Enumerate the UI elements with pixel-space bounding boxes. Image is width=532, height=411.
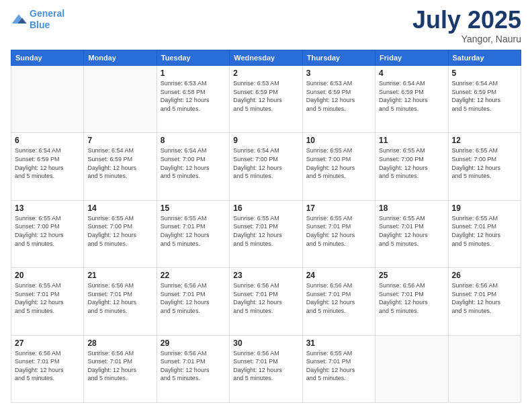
day-info: Sunrise: 6:56 AM Sunset: 7:01 PM Dayligh…	[452, 281, 517, 315]
table-row: 1Sunrise: 6:53 AM Sunset: 6:58 PM Daylig…	[157, 66, 229, 133]
day-info: Sunrise: 6:54 AM Sunset: 6:59 PM Dayligh…	[379, 79, 444, 113]
day-info: Sunrise: 6:55 AM Sunset: 7:01 PM Dayligh…	[161, 214, 226, 248]
day-number: 26	[452, 271, 517, 280]
calendar-week-row-5: 27Sunrise: 6:56 AM Sunset: 7:01 PM Dayli…	[11, 335, 521, 402]
day-info: Sunrise: 6:56 AM Sunset: 7:01 PM Dayligh…	[379, 281, 444, 315]
table-row: 15Sunrise: 6:55 AM Sunset: 7:01 PM Dayli…	[157, 200, 229, 267]
day-number: 24	[306, 271, 371, 280]
day-info: Sunrise: 6:56 AM Sunset: 7:01 PM Dayligh…	[233, 281, 298, 315]
day-number: 4	[379, 68, 444, 78]
logo-blue: Blue	[30, 19, 50, 30]
day-number: 13	[15, 203, 80, 213]
day-info: Sunrise: 6:56 AM Sunset: 7:01 PM Dayligh…	[15, 349, 80, 383]
day-number: 14	[87, 203, 152, 213]
col-wednesday: Wednesday	[230, 50, 302, 66]
table-row: 28Sunrise: 6:56 AM Sunset: 7:01 PM Dayli…	[84, 335, 157, 402]
day-info: Sunrise: 6:54 AM Sunset: 7:00 PM Dayligh…	[161, 146, 226, 180]
day-info: Sunrise: 6:56 AM Sunset: 7:01 PM Dayligh…	[306, 281, 371, 315]
day-number: 11	[379, 136, 444, 145]
table-row	[11, 66, 84, 133]
day-number: 1	[161, 68, 226, 78]
day-info: Sunrise: 6:55 AM Sunset: 7:00 PM Dayligh…	[306, 146, 371, 180]
table-row: 17Sunrise: 6:55 AM Sunset: 7:01 PM Dayli…	[302, 200, 375, 267]
table-row: 11Sunrise: 6:55 AM Sunset: 7:00 PM Dayli…	[375, 133, 448, 200]
calendar-week-row-3: 13Sunrise: 6:55 AM Sunset: 7:00 PM Dayli…	[11, 200, 521, 267]
day-number: 15	[161, 203, 226, 213]
table-row: 25Sunrise: 6:56 AM Sunset: 7:01 PM Dayli…	[375, 268, 448, 335]
day-info: Sunrise: 6:55 AM Sunset: 7:00 PM Dayligh…	[87, 214, 152, 248]
table-row: 12Sunrise: 6:55 AM Sunset: 7:00 PM Dayli…	[448, 133, 521, 200]
day-info: Sunrise: 6:53 AM Sunset: 6:58 PM Dayligh…	[161, 79, 226, 113]
day-number: 20	[15, 271, 80, 280]
day-number: 8	[161, 136, 226, 145]
col-saturday: Saturday	[448, 50, 521, 66]
calendar-week-row-1: 1Sunrise: 6:53 AM Sunset: 6:58 PM Daylig…	[11, 66, 521, 133]
table-row: 22Sunrise: 6:56 AM Sunset: 7:01 PM Dayli…	[157, 268, 229, 335]
day-info: Sunrise: 6:54 AM Sunset: 6:59 PM Dayligh…	[452, 79, 517, 113]
table-row: 27Sunrise: 6:56 AM Sunset: 7:01 PM Dayli…	[11, 335, 84, 402]
table-row: 21Sunrise: 6:56 AM Sunset: 7:01 PM Dayli…	[84, 268, 157, 335]
day-number: 2	[233, 68, 298, 78]
table-row: 10Sunrise: 6:55 AM Sunset: 7:00 PM Dayli…	[302, 133, 375, 200]
table-row: 19Sunrise: 6:55 AM Sunset: 7:01 PM Dayli…	[448, 200, 521, 267]
table-row: 3Sunrise: 6:53 AM Sunset: 6:59 PM Daylig…	[302, 66, 375, 133]
day-number: 12	[452, 136, 517, 145]
day-number: 21	[87, 271, 152, 280]
day-info: Sunrise: 6:55 AM Sunset: 7:00 PM Dayligh…	[379, 146, 444, 180]
table-row: 26Sunrise: 6:56 AM Sunset: 7:01 PM Dayli…	[448, 268, 521, 335]
day-number: 9	[233, 136, 298, 145]
table-row: 20Sunrise: 6:55 AM Sunset: 7:01 PM Dayli…	[11, 268, 84, 335]
table-row: 23Sunrise: 6:56 AM Sunset: 7:01 PM Dayli…	[230, 268, 302, 335]
day-info: Sunrise: 6:55 AM Sunset: 7:01 PM Dayligh…	[306, 214, 371, 248]
day-number: 7	[87, 136, 152, 145]
table-row	[375, 335, 448, 402]
day-number: 19	[452, 203, 517, 213]
table-row: 14Sunrise: 6:55 AM Sunset: 7:00 PM Dayli…	[84, 200, 157, 267]
day-number: 29	[161, 338, 226, 348]
title-location: Yangor, Nauru	[412, 34, 521, 44]
table-row	[448, 335, 521, 402]
table-row: 30Sunrise: 6:56 AM Sunset: 7:01 PM Dayli…	[230, 335, 302, 402]
day-number: 31	[306, 338, 371, 348]
col-sunday: Sunday	[11, 50, 84, 66]
col-thursday: Thursday	[302, 50, 375, 66]
day-info: Sunrise: 6:55 AM Sunset: 7:01 PM Dayligh…	[306, 349, 371, 383]
day-info: Sunrise: 6:53 AM Sunset: 6:59 PM Dayligh…	[233, 79, 298, 113]
table-row: 2Sunrise: 6:53 AM Sunset: 6:59 PM Daylig…	[230, 66, 302, 133]
table-row: 29Sunrise: 6:56 AM Sunset: 7:01 PM Dayli…	[157, 335, 229, 402]
day-number: 3	[306, 68, 371, 78]
day-info: Sunrise: 6:55 AM Sunset: 7:01 PM Dayligh…	[15, 281, 80, 315]
title-block: July 2025 Yangor, Nauru	[412, 8, 521, 44]
title-month: July 2025	[412, 8, 521, 32]
day-info: Sunrise: 6:55 AM Sunset: 7:00 PM Dayligh…	[15, 214, 80, 248]
day-info: Sunrise: 6:54 AM Sunset: 7:00 PM Dayligh…	[233, 146, 298, 180]
day-info: Sunrise: 6:55 AM Sunset: 7:01 PM Dayligh…	[379, 214, 444, 248]
day-number: 27	[15, 338, 80, 348]
day-number: 28	[87, 338, 152, 348]
day-info: Sunrise: 6:53 AM Sunset: 6:59 PM Dayligh…	[306, 79, 371, 113]
table-row: 6Sunrise: 6:54 AM Sunset: 6:59 PM Daylig…	[11, 133, 84, 200]
day-info: Sunrise: 6:55 AM Sunset: 7:01 PM Dayligh…	[452, 214, 517, 248]
logo-text: General Blue	[30, 8, 64, 31]
calendar-week-row-4: 20Sunrise: 6:55 AM Sunset: 7:01 PM Dayli…	[11, 268, 521, 335]
day-number: 30	[233, 338, 298, 348]
day-number: 17	[306, 203, 371, 213]
day-info: Sunrise: 6:56 AM Sunset: 7:01 PM Dayligh…	[87, 281, 152, 315]
calendar-week-row-2: 6Sunrise: 6:54 AM Sunset: 6:59 PM Daylig…	[11, 133, 521, 200]
table-row: 4Sunrise: 6:54 AM Sunset: 6:59 PM Daylig…	[375, 66, 448, 133]
day-info: Sunrise: 6:54 AM Sunset: 6:59 PM Dayligh…	[87, 146, 152, 180]
logo-icon	[11, 13, 27, 26]
col-tuesday: Tuesday	[157, 50, 229, 66]
col-monday: Monday	[84, 50, 157, 66]
day-number: 5	[452, 68, 517, 78]
header: General Blue July 2025 Yangor, Nauru	[11, 8, 521, 44]
day-info: Sunrise: 6:56 AM Sunset: 7:01 PM Dayligh…	[161, 349, 226, 383]
logo: General Blue	[11, 8, 64, 31]
table-row: 8Sunrise: 6:54 AM Sunset: 7:00 PM Daylig…	[157, 133, 229, 200]
table-row: 7Sunrise: 6:54 AM Sunset: 6:59 PM Daylig…	[84, 133, 157, 200]
calendar-header-row: Sunday Monday Tuesday Wednesday Thursday…	[11, 50, 521, 66]
day-info: Sunrise: 6:56 AM Sunset: 7:01 PM Dayligh…	[87, 349, 152, 383]
col-friday: Friday	[375, 50, 448, 66]
day-number: 18	[379, 203, 444, 213]
day-info: Sunrise: 6:55 AM Sunset: 7:00 PM Dayligh…	[452, 146, 517, 180]
